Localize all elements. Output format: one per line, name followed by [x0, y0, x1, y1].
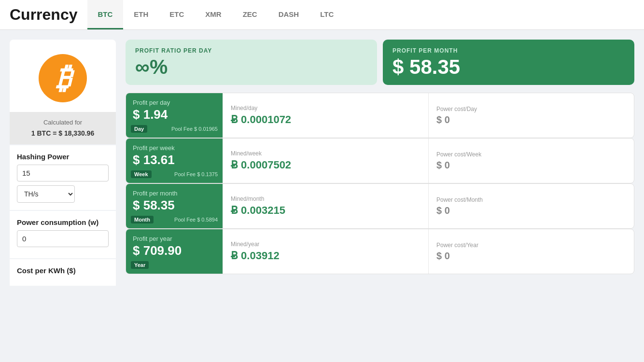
power-cell-year: Power cost/Year $ 0 [428, 229, 634, 274]
btc-icon: ₿ [39, 54, 87, 102]
ratio-value: ∞% [135, 57, 367, 77]
power-cell-month: Power cost/Month $ 0 [428, 184, 634, 228]
summary-cards: PROFIT RATIO PER DAY ∞% PROFIT PER MONTH… [126, 40, 634, 85]
header: Currency BTCETHETCXMRZECDASHLTC [0, 0, 644, 30]
cost-kwh-label: Cost per KWh ($) [17, 266, 109, 275]
calc-info: Calculated for 1 BTC = $ 18,330.96 [10, 112, 116, 144]
mined-cell-year: Mined/year Ƀ 0.03912 [223, 229, 428, 274]
hashing-unit-select[interactable]: TH/s GH/s MH/s [17, 185, 75, 203]
hashing-power-label: Hashing Power [17, 153, 109, 161]
profit-label-day: Profit per day [133, 99, 216, 106]
nav-tab-xmr[interactable]: XMR [195, 0, 232, 29]
power-consumption-input[interactable] [17, 230, 109, 247]
period-badge-week: Week [131, 170, 152, 178]
ratio-label: PROFIT RATIO PER DAY [135, 47, 367, 54]
power-cell-day: Power cost/Day $ 0 [428, 93, 634, 138]
main-content: ₿ Calculated for 1 BTC = $ 18,330.96 Has… [0, 30, 644, 362]
profit-value-year: $ 709.90 [133, 243, 216, 258]
pool-fee-month: Pool Fee $ 0.5894 [174, 217, 218, 223]
month-profit-card: PROFIT PER MONTH $ 58.35 [383, 40, 634, 85]
mined-cell-week: Mined/week Ƀ 0.0007502 [223, 139, 428, 183]
currency-tabs: BTCETHETCXMRZECDASHLTC [87, 0, 345, 29]
row-left-month: Profit per month $ 58.35 Month Pool Fee … [126, 184, 223, 228]
profit-value-week: $ 13.61 [133, 153, 216, 167]
sidebar: ₿ Calculated for 1 BTC = $ 18,330.96 Has… [10, 40, 116, 352]
cost-kwh-section: Cost per KWh ($) [10, 259, 116, 286]
power-consumption-label: Power consumption (w) [17, 218, 109, 226]
month-label: PROFIT PER MONTH [392, 47, 625, 54]
coin-card: ₿ [10, 40, 116, 112]
nav-tab-ltc[interactable]: LTC [309, 0, 344, 29]
nav-tab-etc[interactable]: ETC [159, 0, 195, 29]
month-value: $ 58.35 [392, 57, 625, 77]
ratio-card: PROFIT RATIO PER DAY ∞% [126, 40, 377, 85]
profit-value-day: $ 1.94 [133, 107, 216, 122]
period-badge-month: Month [131, 216, 154, 223]
pool-fee-day: Pool Fee $ 0.01965 [171, 126, 218, 132]
pool-fee-week: Pool Fee $ 0.1375 [174, 171, 218, 177]
row-left-year: Profit per year $ 709.90 Year [126, 229, 223, 274]
nav-tab-zec[interactable]: ZEC [232, 0, 268, 29]
row-left-week: Profit per week $ 13.61 Week Pool Fee $ … [126, 139, 223, 183]
power-consumption-section: Power consumption (w) [10, 211, 116, 258]
content-area: PROFIT RATIO PER DAY ∞% PROFIT PER MONTH… [126, 40, 634, 352]
hashing-power-input[interactable] [17, 165, 109, 181]
profit-label-month: Profit per month [133, 190, 216, 197]
data-rows: Profit per day $ 1.94 Day Pool Fee $ 0.0… [126, 93, 634, 274]
calc-value: 1 BTC = $ 18,330.96 [15, 128, 110, 139]
data-row-year: Profit per year $ 709.90 Year Mined/year… [126, 229, 634, 274]
period-badge-day: Day [131, 125, 147, 133]
data-row-month: Profit per month $ 58.35 Month Pool Fee … [126, 183, 634, 229]
nav-tab-btc[interactable]: BTC [87, 0, 124, 29]
profit-label-week: Profit per week [133, 144, 216, 152]
mined-cell-month: Mined/month Ƀ 0.003215 [223, 184, 428, 228]
profit-value-month: $ 58.35 [133, 198, 216, 213]
nav-tab-eth[interactable]: ETH [123, 0, 159, 29]
mined-cell-day: Mined/day Ƀ 0.0001072 [223, 93, 428, 138]
nav-tab-dash[interactable]: DASH [268, 0, 310, 29]
hashing-power-section: Hashing Power TH/s GH/s MH/s [10, 145, 116, 210]
power-cell-week: Power cost/Week $ 0 [428, 139, 634, 183]
period-badge-year: Year [131, 261, 149, 269]
page-title: Currency [10, 6, 78, 24]
data-row-week: Profit per week $ 13.61 Week Pool Fee $ … [126, 138, 634, 183]
data-row-day: Profit per day $ 1.94 Day Pool Fee $ 0.0… [126, 93, 634, 138]
row-left-day: Profit per day $ 1.94 Day Pool Fee $ 0.0… [126, 93, 223, 138]
profit-label-year: Profit per year [133, 235, 216, 242]
